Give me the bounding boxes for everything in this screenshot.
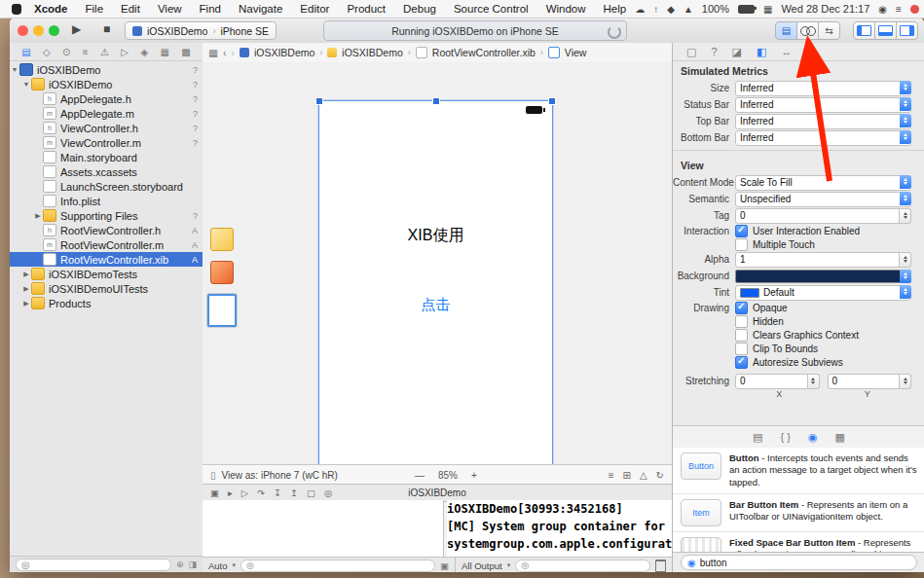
issue-navigator-icon[interactable]: ⚠ (100, 47, 109, 57)
tree-row-file[interactable]: Assets.xcassets (10, 164, 203, 179)
tree-row-group[interactable]: ▼ iOSXIBDemo ? (10, 77, 203, 91)
clears-graphics-checkbox[interactable] (735, 329, 748, 342)
stepper-icon[interactable] (899, 208, 911, 224)
menu-edit[interactable]: Edit (112, 3, 149, 15)
disclosure-closed-icon[interactable]: ▶ (21, 271, 31, 278)
tree-row-file[interactable]: Info.plist (10, 194, 203, 208)
stepper-icon[interactable] (899, 374, 911, 389)
breadcrumb-project[interactable]: iOSXIBDemo (254, 47, 314, 58)
tree-row-group[interactable]: ▶ iOSXIBDemoTests (10, 267, 203, 281)
debug-navigator-icon[interactable]: ◈ (140, 47, 148, 57)
device-config-icon[interactable]: ▯ (210, 470, 216, 481)
console-filter-field[interactable]: ◎ (515, 560, 650, 572)
cloud-icon[interactable]: ☁ (635, 4, 645, 15)
breadcrumb-view[interactable]: View (565, 47, 587, 58)
zoom-out-button[interactable]: — (415, 470, 425, 481)
project-navigator-icon[interactable]: ▤ (21, 47, 30, 57)
clear-console-icon[interactable] (655, 560, 666, 572)
view-as-label[interactable]: View as: iPhone 7 (wC hR) (222, 470, 338, 481)
first-responder-icon[interactable] (210, 261, 234, 284)
size-inspector-icon[interactable]: ↔ (781, 46, 792, 57)
top-bar-dropdown[interactable]: Inferred (735, 114, 911, 129)
clip-to-bounds-checkbox[interactable] (735, 343, 748, 355)
file-template-library-icon[interactable]: ▤ (753, 431, 762, 444)
object-library-icon[interactable]: ◉ (808, 431, 818, 444)
tree-row-project[interactable]: ▼ iOSXIBDemo ? (10, 62, 203, 77)
source-control-navigator-icon[interactable]: ◇ (43, 47, 51, 57)
window-close-button[interactable] (18, 25, 28, 36)
report-navigator-icon[interactable]: ▩ (181, 47, 190, 57)
tree-row-group[interactable]: ▶ Products (10, 296, 203, 310)
view-object-icon[interactable] (207, 294, 237, 327)
library-item-bar-button[interactable]: Item Bar Button Item - Represents an ite… (673, 494, 924, 532)
opaque-checkbox[interactable] (735, 302, 748, 314)
tree-row-file[interactable]: LaunchScreen.storyboard (10, 179, 203, 194)
disclosure-open-icon[interactable]: ▼ (21, 81, 31, 88)
add-constraints-icon[interactable]: △ (640, 470, 647, 481)
tint-dropdown[interactable]: Default (735, 285, 911, 301)
debug-process-label[interactable]: iOSXIBDemo (203, 488, 672, 498)
selection-handle[interactable] (432, 97, 440, 105)
alpha-field[interactable]: 1 (735, 252, 911, 268)
menu-app[interactable]: Xcode (25, 3, 77, 15)
recording-status-icon[interactable] (910, 5, 919, 14)
stretching-y-field[interactable]: 0 (828, 374, 912, 389)
assistant-editor-button[interactable] (796, 21, 819, 40)
all-output-dropdown[interactable]: All Output (462, 560, 502, 571)
code-snippet-library-icon[interactable]: { } (780, 431, 790, 443)
back-icon[interactable]: ‹ (223, 47, 227, 58)
menu-editor[interactable]: Editor (291, 3, 338, 15)
status-bar-dropdown[interactable]: Inferred (735, 97, 911, 113)
semantic-dropdown[interactable]: Unspecified (735, 192, 911, 207)
toggle-navigator-button[interactable] (853, 21, 875, 40)
variables-filter-field[interactable]: ◎ (240, 560, 435, 572)
resolve-autolayout-icon[interactable]: ↻ (656, 470, 664, 481)
tree-row-file[interactable]: Main.storyboard (10, 150, 203, 164)
content-mode-dropdown[interactable]: Scale To Fill (735, 175, 911, 191)
window-minimize-button[interactable] (33, 25, 44, 36)
test-navigator-icon[interactable]: ▷ (121, 47, 129, 57)
xib-tap-button[interactable]: 点击 (319, 296, 552, 314)
disclosure-open-icon[interactable]: ▼ (10, 66, 19, 73)
toggle-debug-area-button[interactable] (874, 21, 897, 40)
zoom-level[interactable]: 85% (438, 470, 458, 481)
wifi-icon[interactable]: ▲ (684, 4, 693, 15)
menu-debug[interactable]: Debug (394, 3, 445, 15)
quick-help-inspector-icon[interactable]: ? (711, 46, 717, 57)
zoom-in-button[interactable]: + (471, 470, 477, 481)
notification-center-icon[interactable]: ≡ (896, 4, 902, 15)
interface-builder-canvas[interactable]: XIB使用 点击 (203, 62, 672, 464)
disclosure-closed-icon[interactable]: ▶ (21, 300, 31, 307)
breadcrumb-file[interactable]: RootViewController.xib (432, 47, 536, 58)
menu-window[interactable]: Window (537, 3, 595, 15)
disclosure-closed-icon[interactable]: ▶ (33, 212, 43, 220)
menu-view[interactable]: View (149, 3, 191, 15)
tree-row-file[interactable]: h AppDelegate.h ? (10, 91, 203, 106)
library-filter-field[interactable]: ◉ button (681, 555, 917, 570)
tree-row-file[interactable]: m ViewController.m ? (10, 135, 203, 150)
selection-handle[interactable] (548, 97, 556, 105)
variables-view[interactable] (203, 500, 444, 557)
breakpoint-navigator-icon[interactable]: ▦ (160, 47, 168, 57)
console-output[interactable]: iOSXIBDemo[30993:3452168] [MC] System gr… (447, 500, 672, 557)
stop-button[interactable]: ■ (103, 22, 110, 36)
menu-file[interactable]: File (77, 3, 113, 15)
align-icon[interactable]: ⊞ (623, 470, 631, 481)
window-zoom-button[interactable] (49, 25, 59, 36)
auto-scope-dropdown[interactable]: Auto (208, 560, 228, 571)
scheme-selector[interactable]: iOSXIBDemo › iPhone SE (125, 21, 277, 40)
connections-inspector-icon[interactable]: → (806, 46, 817, 57)
tree-row-file[interactable]: h ViewController.h ? (10, 121, 203, 135)
bluetooth-icon[interactable]: ◆ (667, 4, 675, 15)
attributes-inspector-icon[interactable]: ◧ (757, 46, 766, 58)
stepper-icon[interactable] (807, 374, 820, 389)
embed-in-stack-icon[interactable]: ≡ (609, 470, 614, 481)
toggle-utilities-button[interactable] (896, 21, 918, 40)
bottom-bar-dropdown[interactable]: Inferred (735, 130, 911, 146)
apple-menu-icon[interactable] (12, 4, 21, 15)
tree-row-file-selected[interactable]: RootViewController.xib A (10, 252, 203, 267)
spotlight-icon[interactable]: ◉ (878, 4, 887, 15)
upload-icon[interactable]: ↑ (653, 4, 658, 15)
menu-product[interactable]: Product (338, 3, 394, 15)
navigator-filter-field[interactable]: ◎ (16, 559, 171, 571)
